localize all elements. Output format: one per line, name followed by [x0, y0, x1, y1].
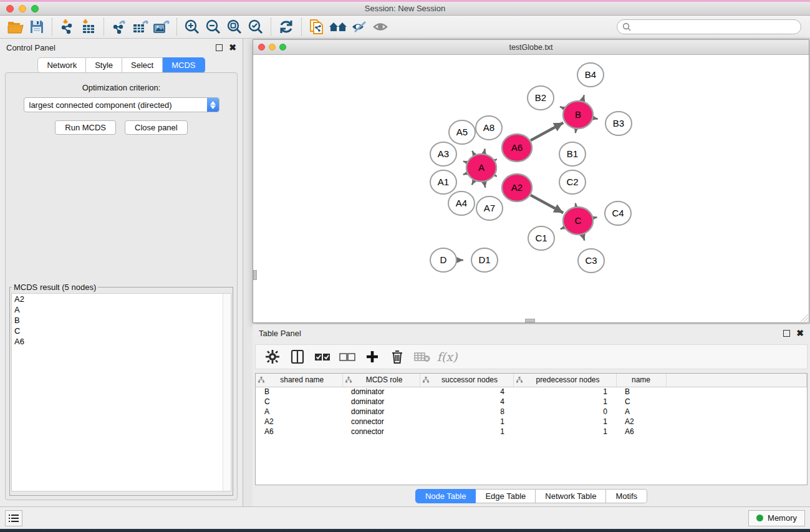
apply-layout-icon[interactable] [276, 17, 297, 36]
zoom-selected-icon[interactable] [245, 17, 266, 36]
import-table-icon[interactable] [78, 17, 99, 36]
graph-node-A1[interactable]: A1 [430, 170, 456, 194]
graph-node-B2[interactable]: B2 [528, 86, 554, 110]
import-network-icon[interactable] [57, 17, 78, 36]
edge-A-A3[interactable] [463, 162, 466, 163]
table-row[interactable]: A2connector11A2 [256, 417, 807, 427]
export-image-icon[interactable] [151, 17, 172, 36]
memory-button[interactable]: Memory [748, 510, 805, 526]
export-network-icon[interactable] [108, 17, 130, 36]
graph-node-C[interactable]: C [563, 207, 593, 235]
mcds-result-item[interactable]: A2 [12, 294, 231, 304]
show-all-networks-icon[interactable] [327, 17, 349, 36]
graph-node-D1[interactable]: D1 [471, 248, 498, 272]
edge-A-A1[interactable] [463, 173, 467, 175]
edge-A-A8[interactable] [485, 148, 485, 152]
export-table-icon[interactable] [130, 17, 151, 36]
graph-node-A4[interactable]: A4 [448, 191, 475, 215]
edge-B-B2[interactable] [560, 107, 564, 109]
show-graphics-details-icon[interactable] [370, 17, 391, 36]
edge-A-A5[interactable] [472, 151, 474, 154]
open-session-icon[interactable] [5, 17, 26, 36]
graph-node-A8[interactable]: A8 [476, 116, 502, 140]
column-header-successor-nodes[interactable]: successor nodes [420, 374, 513, 387]
graph-node-C1[interactable]: C1 [528, 226, 554, 250]
settings-gear-icon[interactable] [263, 347, 282, 366]
graph-node-B4[interactable]: B4 [577, 63, 604, 87]
select-all-icon[interactable] [313, 347, 332, 366]
canvas-horizontal-scrollbar[interactable] [525, 319, 535, 322]
window-resize-grip[interactable] [800, 314, 808, 322]
add-column-icon[interactable] [363, 347, 382, 366]
tab-network[interactable]: Network [37, 57, 86, 73]
edge-C-C3[interactable] [583, 236, 585, 241]
table-row[interactable]: Bdominator41B [256, 387, 807, 397]
save-session-icon[interactable] [26, 17, 47, 36]
mcds-result-item[interactable]: C [12, 326, 231, 336]
edge-B-B3[interactable] [593, 118, 597, 119]
column-header-MCDS-role[interactable]: MCDS role [342, 374, 420, 387]
graph-node-B3[interactable]: B3 [605, 112, 632, 135]
tab-network-table[interactable]: Network Table [536, 489, 606, 503]
float-table-panel-icon[interactable] [783, 330, 790, 337]
edge-A-A7[interactable] [485, 183, 485, 188]
edge-B-B4[interactable] [582, 95, 584, 100]
edge-C-C4[interactable] [594, 217, 597, 218]
clone-network-icon[interactable] [306, 17, 327, 36]
close-panel-icon[interactable]: ✖ [229, 44, 236, 51]
graph-node-C3[interactable]: C3 [578, 249, 604, 273]
canvas-vertical-scrollbar[interactable] [253, 270, 257, 280]
graph-node-A3[interactable]: A3 [430, 142, 456, 166]
graph-node-B1[interactable]: B1 [559, 142, 586, 166]
graph-node-C2[interactable]: C2 [559, 170, 586, 194]
function-builder-icon[interactable]: f(x) [438, 347, 456, 366]
column-header-predecessor-nodes[interactable]: predecessor nodes [513, 374, 616, 387]
table-row[interactable]: Adominator80A [256, 407, 807, 417]
zoom-in-icon[interactable] [181, 17, 203, 36]
run-mcds-button[interactable]: Run MCDS [55, 120, 116, 135]
tab-edge-table[interactable]: Edge Table [476, 489, 536, 503]
graph-node-A6[interactable]: A6 [502, 134, 532, 162]
deselect-all-icon[interactable] [338, 347, 357, 366]
search-field[interactable] [617, 19, 801, 34]
edge-B-B1[interactable] [576, 130, 576, 133]
close-table-panel-icon[interactable]: ✖ [796, 330, 804, 337]
delete-table-icon[interactable] [413, 347, 432, 366]
edge-C-C2[interactable] [576, 203, 576, 206]
graph-node-B[interactable]: B [563, 101, 593, 128]
graph-node-A[interactable]: A [466, 154, 496, 181]
tab-node-table[interactable]: Node Table [415, 489, 476, 503]
column-header-name[interactable]: name [616, 374, 666, 387]
close-panel-button[interactable]: Close panel [125, 120, 188, 135]
tab-style[interactable]: Style [86, 57, 122, 73]
graph-node-A5[interactable]: A5 [449, 120, 475, 144]
tab-select[interactable]: Select [122, 57, 163, 73]
graph-node-A2[interactable]: A2 [502, 174, 532, 201]
zoom-out-icon[interactable] [203, 17, 224, 36]
column-header-shared-name[interactable]: shared name [256, 374, 342, 387]
mcds-result-item[interactable]: B [12, 315, 231, 326]
mcds-result-item[interactable]: A [12, 304, 231, 315]
edge-A-A6[interactable] [495, 159, 497, 160]
graph-node-A7[interactable]: A7 [476, 196, 503, 220]
graph-node-C4[interactable]: C4 [605, 201, 631, 225]
edge-A6-B[interactable] [531, 123, 563, 140]
show-column-icon[interactable] [288, 347, 307, 366]
search-input[interactable] [634, 22, 796, 31]
table-row[interactable]: A6connector11A6 [256, 427, 807, 437]
network-canvas[interactable]: B4B2BB3A8A5A6A3B1AA1C2A2A4A7C4CC1C3DD1 [253, 55, 809, 322]
mcds-result-item[interactable]: A6 [12, 336, 231, 347]
mcds-list-scrollbar[interactable] [223, 294, 231, 491]
hide-graphics-details-icon[interactable] [349, 17, 370, 36]
tab-motifs[interactable]: Motifs [606, 489, 647, 503]
mcds-result-list[interactable]: A2ABCA6 [11, 293, 231, 491]
edge-C-C1[interactable] [561, 228, 564, 230]
tab-mcds[interactable]: MCDS [163, 57, 205, 73]
float-panel-icon[interactable] [216, 44, 223, 51]
zoom-fit-icon[interactable] [224, 17, 245, 36]
graph-node-D[interactable]: D [430, 248, 456, 272]
edge-A-A4[interactable] [472, 181, 474, 185]
task-history-button[interactable] [5, 510, 22, 526]
table-row[interactable]: Cdominator41C [256, 397, 807, 407]
delete-column-icon[interactable] [388, 347, 407, 366]
